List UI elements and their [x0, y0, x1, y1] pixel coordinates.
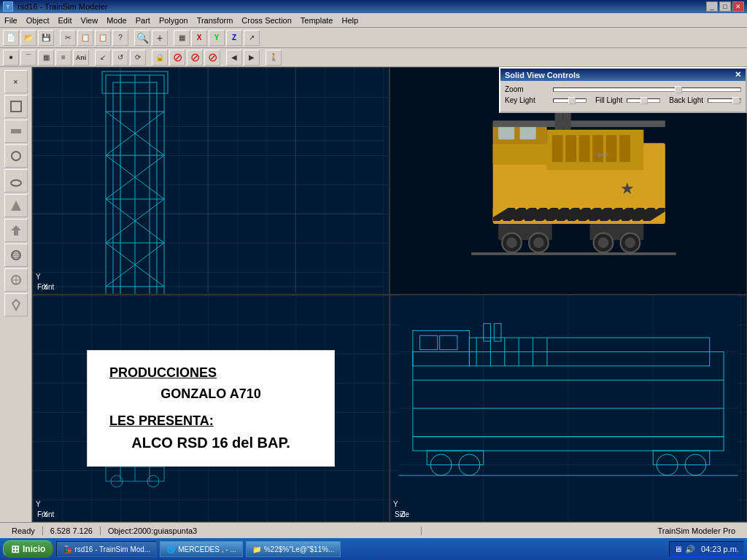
- title-bar-text: rsd16 - TrainSim Modeler: [18, 2, 108, 11]
- menu-file[interactable]: File: [0, 15, 22, 26]
- key-light-label: Key Light: [505, 96, 549, 104]
- tray-network: 🖥: [674, 545, 682, 553]
- curve-button[interactable]: ⌒: [20, 50, 36, 66]
- menu-part[interactable]: Part: [131, 15, 155, 26]
- svg-point-75: [506, 238, 517, 249]
- axis-x-button[interactable]: X: [191, 30, 207, 46]
- menu-view[interactable]: View: [77, 15, 103, 26]
- circle-tool[interactable]: [4, 144, 28, 168]
- help-button[interactable]: ?: [112, 30, 128, 46]
- wireframe-side-svg: [390, 295, 746, 521]
- viewport-label-front-bottom: Front: [37, 510, 54, 518]
- tray-sound: 🔊: [685, 545, 695, 554]
- oval-tool[interactable]: [4, 169, 28, 192]
- no3-button[interactable]: ⊘: [204, 50, 220, 66]
- zoom-out-button[interactable]: 🔍: [134, 30, 150, 46]
- minimize-button[interactable]: _: [706, 1, 718, 12]
- start-button[interactable]: ⊞ Inicio: [3, 540, 53, 558]
- axis-z-button[interactable]: Z: [226, 30, 242, 46]
- gem-tool[interactable]: [4, 293, 28, 316]
- menu-object[interactable]: Object: [22, 15, 54, 26]
- fill-light-slider[interactable]: [627, 98, 660, 103]
- select-tool[interactable]: ×: [4, 70, 28, 93]
- maximize-button[interactable]: □: [719, 1, 731, 12]
- menu-polygon[interactable]: Polygon: [155, 15, 193, 26]
- rotate-left-button[interactable]: ↙: [95, 50, 111, 66]
- svg-text:BHP: BHP: [597, 152, 608, 158]
- dot-button[interactable]: •: [3, 50, 19, 66]
- no2-button[interactable]: ⊘: [187, 50, 203, 66]
- arrow-tool[interactable]: [4, 219, 28, 242]
- zoom-row: Zoom: [505, 85, 741, 93]
- zoom-thumb[interactable]: [675, 86, 682, 93]
- rect-tool[interactable]: [4, 95, 28, 118]
- sphere-tool[interactable]: [4, 244, 28, 267]
- solid-view-close-btn[interactable]: ✕: [735, 70, 741, 79]
- globe-tool[interactable]: [4, 268, 28, 292]
- svg-rect-54: [619, 135, 630, 162]
- zoom-slider[interactable]: [553, 88, 741, 92]
- axis-y-button[interactable]: Y: [209, 30, 225, 46]
- grid-button[interactable]: ▦: [174, 30, 190, 46]
- solid-view-title-bar[interactable]: Solid View Controls ✕: [500, 69, 746, 81]
- svg-point-81: [625, 238, 636, 249]
- menu-cross-section[interactable]: Cross Section: [237, 15, 295, 26]
- cut-button[interactable]: ✂: [60, 30, 76, 46]
- key-light-thumb[interactable]: [568, 97, 576, 104]
- taskbar-item-trainsim[interactable]: 🚂 rsd16 - TrainSim Mod...: [56, 541, 157, 557]
- back-light-label: Back Light: [669, 96, 703, 104]
- zoom-label: Zoom: [505, 85, 549, 93]
- anim-button[interactable]: Ani: [73, 50, 89, 66]
- menu-help[interactable]: Help: [337, 15, 363, 26]
- viewport-label-front-top: Front: [37, 283, 54, 291]
- redo-button[interactable]: ⟳: [130, 50, 146, 66]
- svg-rect-0: [11, 101, 21, 112]
- svg-rect-87: [563, 111, 571, 130]
- key-light-slider[interactable]: [553, 98, 587, 103]
- taskbar-right: 🖥 🔊 04:23 p.m.: [669, 541, 744, 557]
- left-tools-panel: ×: [0, 67, 32, 522]
- axis-y-label-br: Y: [393, 500, 398, 508]
- paste-button[interactable]: 📋: [95, 30, 111, 46]
- menu-template[interactable]: Template: [296, 15, 338, 26]
- viewport-front-top[interactable]: Y X Front: [32, 67, 390, 295]
- svg-rect-82: [471, 252, 676, 255]
- fill-light-thumb[interactable]: [640, 97, 648, 104]
- back-light-thumb[interactable]: [732, 97, 740, 104]
- taskbar-label-trainsim: rsd16 - TrainSim Mod...: [74, 545, 150, 553]
- close-button[interactable]: ✕: [732, 1, 744, 12]
- svg-point-2: [12, 152, 20, 160]
- arrow-button[interactable]: ↗: [244, 30, 260, 46]
- prev-button[interactable]: ◀: [226, 50, 242, 66]
- grid2-button[interactable]: ▦: [38, 50, 54, 66]
- menu-transform[interactable]: Transform: [193, 15, 238, 26]
- svg-rect-47: [520, 126, 536, 139]
- back-light-slider[interactable]: [708, 98, 741, 103]
- person-button[interactable]: 🚶: [266, 50, 282, 66]
- menu-edit[interactable]: Edit: [54, 15, 77, 26]
- svg-rect-1: [11, 129, 21, 133]
- undo-button[interactable]: ↺: [112, 50, 128, 66]
- move-tool[interactable]: [4, 120, 28, 143]
- main-toolbar: 📄 📂 💾 ✂ 📋 📋 ? 🔍 + ▦ X Y Z ↗: [0, 28, 747, 48]
- zoom-in-button[interactable]: +: [152, 30, 168, 46]
- viewport-front-bottom[interactable]: PRODUCCIONES GONZALO A710 LES PRESENTA: …: [32, 295, 390, 522]
- pres-gonzalo: GONZALO A710: [109, 386, 312, 402]
- viewport-side[interactable]: Y Z Side: [390, 295, 747, 522]
- open-button[interactable]: 📂: [20, 30, 36, 46]
- next-button[interactable]: ▶: [244, 50, 260, 66]
- no1-button[interactable]: ⊘: [169, 50, 185, 66]
- pres-les-presenta: LES PRESENTA:: [109, 413, 312, 429]
- fill-light-label: Fill Light: [595, 96, 622, 104]
- lines-button[interactable]: ≡: [55, 50, 71, 66]
- taskbar-item-mercedes[interactable]: 🌐 MERCEDES , - ...: [160, 541, 242, 557]
- copy-button[interactable]: 📋: [77, 30, 93, 46]
- taskbar-item-cmd[interactable]: 📁 %22$%"Le@"$11%...: [246, 541, 341, 557]
- lock-button[interactable]: 🔒: [152, 50, 168, 66]
- save-button[interactable]: 💾: [38, 30, 54, 46]
- new-button[interactable]: 📄: [3, 30, 19, 46]
- axis-y-label-tl: Y: [36, 273, 41, 281]
- menu-mode[interactable]: Mode: [102, 15, 131, 26]
- svg-rect-51: [579, 135, 590, 162]
- triangle-tool[interactable]: [4, 194, 28, 217]
